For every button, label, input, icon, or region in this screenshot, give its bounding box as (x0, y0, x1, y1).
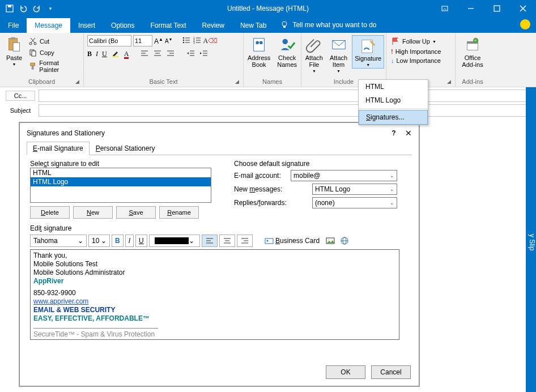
italic-button[interactable]: I (125, 235, 134, 247)
cut-button[interactable]: Cut (27, 36, 80, 46)
underline-icon[interactable]: U (102, 50, 107, 58)
align-left-button[interactable] (202, 235, 218, 247)
af-label: Attach File (305, 54, 323, 68)
sig-line: Mobile Solutions Test (33, 260, 396, 269)
delivery-slip-tab[interactable]: y Slip (526, 87, 536, 392)
svg-point-50 (260, 41, 263, 44)
align-right-button[interactable] (237, 235, 253, 247)
cancel-button[interactable]: Cancel (371, 365, 411, 379)
insert-link-button[interactable] (338, 235, 351, 247)
replies-forwards-select[interactable]: (none)⌄ (312, 197, 397, 208)
dialog-help-icon[interactable]: ? (388, 129, 399, 137)
new-button[interactable]: New (73, 206, 113, 219)
list-item[interactable]: HTML Logo (31, 177, 211, 186)
bullets-icon[interactable] (182, 36, 191, 46)
tab-file[interactable]: File (0, 18, 27, 33)
numbering-icon[interactable]: 123 (193, 36, 202, 46)
bold-button[interactable]: B (112, 235, 124, 247)
high-importance-button[interactable]: !High Importance (390, 48, 442, 56)
bold-icon[interactable]: B (87, 50, 92, 58)
attach-item-button[interactable]: Attach Item▼ (327, 35, 350, 74)
email-account-select[interactable]: mobile@⌄ (291, 170, 397, 181)
address-book-button[interactable]: Address Book (245, 35, 273, 69)
redo-icon[interactable] (31, 2, 43, 15)
shrink-font-icon[interactable]: A▼ (165, 37, 173, 44)
align-left-icon[interactable] (140, 49, 149, 59)
ribbon-options-icon[interactable] (432, 0, 458, 17)
ok-button[interactable]: OK (326, 365, 365, 379)
grow-font-icon[interactable]: A▲ (154, 37, 163, 45)
ab-label: Address Book (248, 54, 270, 68)
new-messages-select[interactable]: HTML Logo⌄ (312, 184, 397, 195)
paste-button[interactable]: Paste ▼ (3, 35, 25, 67)
business-card-button[interactable]: Business Card (262, 235, 322, 247)
subject-input[interactable] (39, 104, 530, 117)
tab-format-text[interactable]: Format Text (142, 18, 194, 33)
align-center-icon[interactable] (153, 49, 162, 59)
tab-new[interactable]: New Tab (232, 18, 274, 33)
align-right-icon[interactable] (166, 49, 175, 59)
font-name-input[interactable] (87, 35, 131, 46)
svg-point-13 (34, 42, 36, 45)
sig-line: SecureTide™ - Spam & Virus Protection (33, 330, 396, 339)
low-importance-button[interactable]: ↓Low Importance (390, 57, 442, 65)
group-addins-label: Add-ins (459, 77, 486, 86)
signature-button[interactable]: Signature▼ (352, 35, 384, 69)
align-center-button[interactable] (219, 235, 235, 247)
clear-formatting-icon[interactable]: A⌫ (203, 37, 218, 45)
font-name-select[interactable]: Tahoma⌄ (30, 235, 87, 247)
tags-launcher-icon[interactable]: ◢ (447, 79, 454, 86)
indent-decrease-icon[interactable] (186, 49, 195, 59)
tell-me-label: Tell me what you want to do (292, 21, 376, 29)
insert-image-button[interactable] (324, 235, 337, 247)
maximize-icon[interactable] (484, 0, 510, 17)
tab-review[interactable]: Review (194, 18, 232, 33)
arrow-down-icon: ↓ (391, 57, 394, 64)
font-size-select[interactable]: 10⌄ (88, 235, 110, 247)
cc-button[interactable]: Cc... (6, 91, 35, 101)
list-item[interactable]: HTML (31, 168, 211, 177)
undo-icon[interactable] (17, 2, 29, 15)
qat-more-icon[interactable]: ▼ (44, 2, 57, 15)
format-painter-button[interactable]: Format Painter (27, 59, 80, 74)
signature-edit-area[interactable]: Thank you, Mobile Solutions Test Mobile … (30, 249, 399, 340)
font-color-icon[interactable]: A (124, 50, 129, 59)
basictext-launcher-icon[interactable]: ◢ (235, 79, 242, 86)
underline-button[interactable]: U (135, 235, 147, 247)
delete-button[interactable]: Delete (30, 206, 70, 219)
save-icon[interactable] (3, 2, 16, 15)
tab-insert[interactable]: Insert (70, 18, 103, 33)
minimize-icon[interactable] (458, 0, 484, 17)
sigmenu-signatures[interactable]: Signatures... (359, 110, 428, 125)
save-button[interactable]: Save (116, 206, 156, 219)
format-painter-icon (28, 62, 37, 71)
sigmenu-html[interactable]: HTML (359, 80, 428, 93)
font-size-input[interactable] (133, 35, 152, 46)
dtab-personal-stationery[interactable]: Personal Stationery (90, 142, 161, 155)
office-addins-button[interactable]: + Office Add-ins (460, 35, 485, 69)
close-icon[interactable] (510, 0, 536, 17)
cc-input[interactable] (39, 90, 530, 102)
check-names-button[interactable]: Check Names (275, 35, 299, 69)
dtab-email-signature[interactable]: E-mail Signature (27, 142, 90, 155)
copy-button[interactable]: Copy (27, 48, 80, 58)
tab-options[interactable]: Options (103, 18, 142, 33)
rename-button[interactable]: Rename (159, 206, 199, 219)
italic-icon[interactable]: I (96, 50, 98, 58)
highlight-icon[interactable] (111, 49, 120, 59)
sigmenu-html-logo[interactable]: HTML Logo (359, 93, 428, 107)
tab-message[interactable]: Message (27, 18, 70, 33)
signature-listbox[interactable]: HTML HTML Logo (30, 168, 211, 203)
font-color-select[interactable]: ⌄ (149, 235, 200, 247)
attach-file-button[interactable]: Attach File▼ (303, 35, 325, 74)
fp-label: Format Painter (39, 59, 79, 73)
group-names-label: Names (247, 77, 297, 86)
svg-point-70 (328, 239, 329, 240)
followup-button[interactable]: Follow Up ▼ (390, 36, 442, 46)
smiley-icon[interactable] (520, 19, 530, 29)
titlebar: ▼ Untitled - Message (HTML) (0, 0, 536, 17)
dialog-close-icon[interactable]: ✕ (405, 129, 412, 138)
indent-increase-icon[interactable] (199, 49, 209, 59)
tell-me[interactable]: Tell me what you want to do (274, 17, 382, 33)
clipboard-launcher-icon[interactable]: ◢ (75, 79, 82, 86)
